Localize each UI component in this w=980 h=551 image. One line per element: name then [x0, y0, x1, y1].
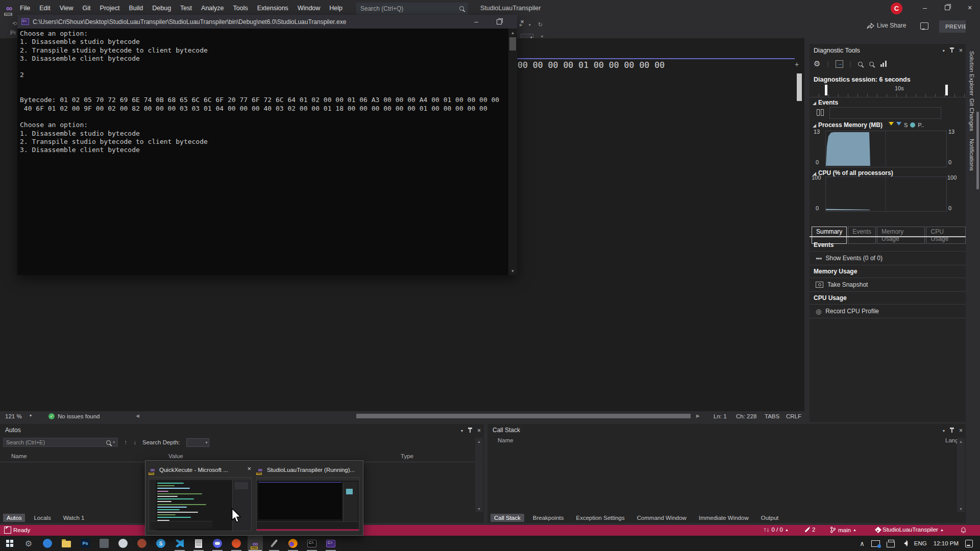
action-center-icon[interactable]: [965, 540, 973, 547]
record-cpu-link[interactable]: ◎ Record CPU Profile: [810, 305, 966, 318]
console-title-bar[interactable]: C:\ C:\Users\CriShoux\Desktop\StudioLuau…: [17, 15, 517, 29]
firefox-icon[interactable]: [285, 536, 301, 551]
panel-chevron-icon[interactable]: ▾: [461, 429, 463, 433]
scroll-left-icon[interactable]: ◀: [136, 413, 139, 418]
console-scroll-down-icon[interactable]: ▼: [508, 267, 517, 275]
visual-studio-icon[interactable]: ∞PRE: [248, 536, 263, 551]
editor-scrollbar-thumb[interactable]: [797, 73, 802, 101]
toolbar-icon-refresh[interactable]: ⟲: [12, 20, 17, 27]
preview-window-transpiler[interactable]: ∞PRE StudioLuauTranspiler (Running)...: [256, 464, 360, 532]
zoom-in-icon[interactable]: [858, 62, 863, 66]
events-section-label[interactable]: ◢Events: [813, 99, 838, 106]
gear-icon[interactable]: ⚙: [814, 59, 820, 68]
skype-icon[interactable]: S: [153, 536, 168, 551]
notifications-bell-button[interactable]: [960, 527, 967, 534]
autos-scrollbar[interactable]: ▲ ▼: [475, 438, 483, 512]
panel-tab[interactable]: Command Window: [633, 514, 690, 522]
console-window[interactable]: C:\ C:\Users\CriShoux\Desktop\StudioLuau…: [17, 15, 517, 275]
memory-section-label[interactable]: ◢Process Memory (MB): [813, 121, 883, 129]
console-close-button[interactable]: ×: [512, 15, 532, 29]
pin-icon[interactable]: [951, 429, 952, 433]
github-desktop-icon[interactable]: [115, 536, 131, 551]
photoshop-icon[interactable]: Ps: [78, 536, 93, 551]
take-snapshot-link[interactable]: Take Snapshot: [810, 278, 966, 292]
start-button[interactable]: [2, 536, 17, 551]
search-prev-icon[interactable]: ↑: [124, 439, 127, 446]
panel-tab[interactable]: Watch 1: [60, 514, 88, 522]
panel-tab[interactable]: Output: [757, 514, 782, 522]
column-type[interactable]: Type: [401, 453, 413, 459]
pin-icon[interactable]: [470, 429, 471, 433]
toolbar-icon-3[interactable]: ↻: [538, 21, 543, 28]
console-output[interactable]: Choose an option: 1. Disassemble studio …: [17, 29, 508, 275]
cmd-icon-purple[interactable]: C:\: [323, 536, 338, 551]
file-explorer-icon[interactable]: [59, 536, 74, 551]
console-minimize-button[interactable]: –: [466, 15, 486, 29]
zoom-out-icon[interactable]: [869, 62, 874, 66]
autos-search-input[interactable]: Search (Ctrl+E) ▾: [3, 438, 118, 447]
sidebar-tab-git-changes[interactable]: Git Changes: [969, 98, 975, 131]
issues-status[interactable]: No issues found: [58, 413, 100, 419]
scroll-down-icon[interactable]: ▼: [475, 505, 483, 512]
panel-tab[interactable]: Autos: [3, 514, 25, 522]
column-name[interactable]: Name: [11, 453, 27, 459]
call-stack-scrollbar[interactable]: ▲ ▼: [957, 438, 965, 512]
branch-button[interactable]: main ▲: [830, 527, 856, 533]
panel-tab[interactable]: Exception Settings: [573, 514, 628, 522]
tool-icon[interactable]: [266, 536, 282, 551]
notepad-icon[interactable]: [191, 536, 206, 551]
chevron-down-icon[interactable]: ▾: [113, 440, 115, 444]
sidebar-tab-notifications[interactable]: Notifications: [969, 139, 975, 171]
diagnostic-tools-header[interactable]: Diagnostic Tools ▾ ×: [810, 44, 966, 57]
network-icon[interactable]: [887, 542, 895, 547]
cpu-section-label[interactable]: ◢CPU (% of all processors): [813, 169, 893, 177]
solution-button[interactable]: StudioLuauTranspiler ▲: [876, 527, 944, 533]
zoom-level[interactable]: 121 %: [5, 413, 22, 419]
search-depth-select[interactable]: ▾: [186, 438, 209, 447]
panel-tab[interactable]: Call Stack: [491, 514, 524, 522]
display-tray-icon[interactable]: [871, 540, 880, 547]
cortana-icon[interactable]: [40, 536, 55, 551]
call-stack-header[interactable]: Call Stack ▾ ×: [487, 424, 966, 436]
feedback-icon[interactable]: [920, 22, 928, 30]
editor-scroll-plus-icon[interactable]: +: [795, 60, 799, 68]
export-icon[interactable]: [836, 60, 843, 68]
editor-hex-text[interactable]: 00 00 00 00 01 00 00 00 00 00: [518, 60, 665, 70]
console-scrollbar-thumb[interactable]: [509, 37, 516, 51]
autos-header[interactable]: Autos ▾ ×: [0, 424, 484, 436]
panel-chevron-icon[interactable]: ▾: [943, 429, 945, 433]
minimize-button[interactable]: –: [916, 0, 934, 15]
console-scroll-up-icon[interactable]: ▲: [508, 29, 517, 37]
speaker-icon[interactable]: [901, 541, 908, 546]
language-indicator[interactable]: ENG: [914, 540, 927, 546]
show-events-link[interactable]: ●●● Show Events (0 of 0): [810, 252, 966, 265]
cmd-icon-dark[interactable]: C:\: [304, 536, 320, 551]
vscode-icon[interactable]: [172, 536, 187, 551]
app-icon-maroon[interactable]: [134, 536, 150, 551]
search-next-icon[interactable]: ↓: [133, 439, 136, 446]
clock[interactable]: 12:10 PM: [934, 540, 959, 546]
tabs-indicator[interactable]: TABS: [765, 413, 779, 419]
preview-close-button[interactable]: ×: [247, 465, 251, 472]
scroll-right-icon[interactable]: ▶: [696, 413, 700, 418]
timeline-handle-left[interactable]: [825, 85, 827, 95]
app-icon-grey[interactable]: [96, 536, 112, 551]
panel-chevron-icon[interactable]: ▾: [943, 48, 945, 53]
pending-edits-button[interactable]: 2: [804, 527, 815, 533]
panel-close-icon[interactable]: ×: [959, 427, 963, 434]
chart-icon[interactable]: [880, 61, 887, 67]
scroll-up-icon[interactable]: ▲: [957, 438, 965, 445]
console-scrollbar[interactable]: ▲ ▼: [508, 29, 517, 275]
panel-close-icon[interactable]: ×: [959, 47, 963, 54]
scroll-up-icon[interactable]: ▲: [475, 438, 483, 445]
close-button[interactable]: ×: [961, 0, 978, 15]
panel-close-icon[interactable]: ×: [477, 427, 481, 434]
pin-icon[interactable]: [951, 48, 952, 53]
column-name[interactable]: Name: [498, 437, 513, 443]
restore-button[interactable]: [939, 0, 956, 15]
live-share-button[interactable]: Live Share: [867, 22, 906, 29]
panel-tab[interactable]: Locals: [30, 514, 54, 522]
timeline-handle-right[interactable]: [945, 85, 948, 95]
zoom-chevron-icon[interactable]: ▾: [30, 413, 32, 418]
background-tasks-button[interactable]: Ready: [4, 527, 30, 534]
